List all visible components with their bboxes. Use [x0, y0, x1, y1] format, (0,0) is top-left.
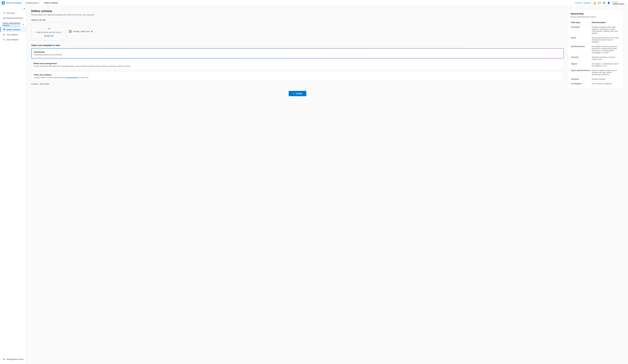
breadcrumb: Define schema: [44, 2, 58, 4]
build-analyzer-icon: 🔨: [3, 38, 5, 41]
field-desc-3: Featured character or product model, if …: [591, 55, 620, 62]
check-icon: ✅: [69, 30, 72, 33]
content-understanding-section: Content understanding PREVIEW ∧: [0, 20, 26, 27]
table-row: AgeSensitiveRestrictions Does the segmen…: [570, 68, 620, 77]
define-schema-label: Define schema: [7, 29, 20, 31]
app-name: Azure AI Foundry: [5, 2, 21, 4]
structured-fields-link[interactable]: structured fields: [65, 76, 78, 78]
user-icon[interactable]: 👤: [607, 1, 610, 4]
field-name-2: BrandIntroduction: [570, 44, 591, 55]
field-desc-0: Detailed summary of the video segment, f…: [591, 25, 620, 36]
logo-icon: [2, 1, 5, 4]
benchmarks-icon: 📊: [3, 17, 5, 19]
project-link[interactable]: sample-project ⌄: [25, 2, 40, 4]
table-row: TagLine Key slogan or catchphrase used i…: [570, 62, 620, 68]
table-row: Character Featured character or product …: [570, 55, 620, 62]
panel-subtitle: Product advertisement videos.: [570, 16, 620, 18]
field-desc-1: Brand being promoted in the video. Inclu…: [591, 36, 620, 44]
test-analyzer-icon: 🧪: [3, 33, 5, 36]
required-star: *: [46, 19, 47, 21]
topbar-right: All hubs + projects 🔔 💬 ⚙️ 👤 Project sam…: [575, 1, 626, 5]
right-panel: Advertising Product advertisement videos…: [567, 9, 623, 89]
benchmarks-label: Model benchmarks: [7, 17, 23, 19]
panel-title: Advertising: [570, 12, 620, 15]
col-field-desc: Field description: [591, 20, 620, 25]
table-row: BrandIntroduction Description of how the…: [570, 44, 620, 55]
field-name-3: Character: [570, 55, 591, 62]
sidebar-item-model-benchmarks[interactable]: 📊 Model benchmarks: [0, 15, 26, 20]
create-check-icon: ✓: [293, 92, 295, 95]
sep2: /: [42, 2, 43, 4]
field-name-4: TagLine: [570, 62, 591, 68]
app-logo[interactable]: Azure AI Foundry: [2, 1, 21, 4]
locales-row: Locales: Auto detect: [31, 83, 564, 85]
main-left: Define schema Review fields from selecte…: [31, 9, 564, 361]
sidebar-item-build-analyzer[interactable]: 🔨 Build analyzer: [0, 37, 26, 42]
project-info: Project sample-project: [613, 1, 624, 5]
upload-label: Upload a test file *: [31, 19, 564, 21]
col-field-name: Field name: [570, 20, 591, 25]
section-label: Content understanding: [2, 22, 20, 24]
template-card-media[interactable]: Media asset management Extract structure…: [31, 60, 564, 70]
create-button-wrap: ✓ Create: [31, 91, 564, 96]
overview-icon: ⊙: [3, 12, 5, 14]
page-subtitle: Review fields from selected template and…: [31, 14, 564, 16]
page-title: Define schema: [31, 9, 564, 13]
hubs-link[interactable]: All hubs + projects: [575, 2, 591, 4]
overview-label: Overview: [7, 12, 14, 14]
management-label: Management center: [7, 358, 24, 360]
field-desc-5: Does the segment depict use of products …: [591, 68, 620, 77]
field-desc-4: Key slogan or catchphrase used in the se…: [591, 62, 620, 68]
settings-icon[interactable]: ⚙️: [603, 1, 606, 4]
test-analyzer-label: Test analyzer: [7, 34, 18, 36]
create-button[interactable]: ✓ Create: [289, 91, 306, 96]
field-desc-7: List of relevant categories: [591, 81, 620, 86]
template-name-2: Video shot analysis: [34, 74, 561, 76]
browse-link[interactable]: Browse file: [44, 35, 54, 37]
field-name-6: Sentiment: [570, 77, 591, 81]
management-icon: ⬅: [3, 358, 5, 361]
locales-label: Locales:: [31, 83, 38, 85]
drop-zone[interactable]: ☁ Drag and drop one file here or Browse …: [31, 22, 66, 40]
table-row: Description Detailed summary of the vide…: [570, 25, 620, 36]
field-name-1: Brand: [570, 36, 591, 44]
table-row: AdCategories List of relevant categories: [570, 81, 620, 86]
table-row: Sentiment Overall sentiment: [570, 77, 620, 81]
sidebar: ⊞ ⊙ Overview 📊 Model benchmarks Content …: [0, 6, 26, 364]
sidebar-item-management-center[interactable]: ⬅ Management center: [0, 357, 26, 362]
section-toggle-icon[interactable]: ∧: [23, 23, 24, 25]
topbar: Azure AI Foundry / sample-project ⌄ / De…: [0, 0, 628, 6]
field-name-5: AgeSensitiveRestrictions: [570, 68, 591, 77]
template-name-0: Advertising: [34, 51, 561, 53]
uploaded-file: ✅ Sample_Video.mp4 🗑: [69, 30, 93, 33]
dropdown-chevron-icon: ⌄: [625, 2, 626, 4]
collapse-button[interactable]: ⊞: [0, 7, 26, 10]
project-dropdown[interactable]: Project sample-project ⌄: [613, 1, 626, 5]
template-section-title: Select one template to start: [31, 44, 564, 47]
drop-zone-text: Drag and drop one file here or: [36, 31, 62, 33]
sidebar-item-define-schema[interactable]: ⚙ Define schema: [0, 27, 26, 32]
upload-area: ☁ Drag and drop one file here or Browse …: [31, 22, 564, 40]
bell-icon[interactable]: 🔔: [593, 1, 596, 4]
preview-badge: PREVIEW: [2, 24, 20, 26]
template-card-video-shot[interactable]: Video shot analysis Analyze videos to ex…: [31, 71, 564, 81]
define-schema-icon: ⚙: [3, 28, 5, 31]
file-name: Sample_Video.mp4: [73, 30, 89, 33]
locales-value: Auto detect: [39, 83, 49, 85]
template-desc-1: Extract structured information from mark…: [34, 65, 561, 67]
upload-icon: ☁: [47, 26, 51, 30]
sidebar-item-overview[interactable]: ⊙ Overview: [0, 10, 26, 15]
template-card-advertising[interactable]: Advertising Advertising analysis and mod…: [31, 48, 564, 59]
template-desc-0: Advertising analysis and moderation.: [34, 54, 561, 56]
template-name-1: Media asset management: [34, 62, 561, 64]
chat-icon[interactable]: 💬: [598, 1, 601, 4]
field-desc-2: Description of how the product is presen…: [591, 44, 620, 55]
main-content: Define schema Review fields from selecte…: [26, 6, 628, 364]
collapse-icon: ⊞: [24, 8, 25, 10]
field-name-0: Description: [570, 25, 591, 36]
sidebar-item-test-analyzer[interactable]: 🧪 Test analyzer: [0, 32, 26, 37]
delete-icon[interactable]: 🗑: [91, 30, 93, 33]
field-name-7: AdCategories: [570, 81, 591, 86]
topbar-icons: 🔔 💬 ⚙️ 👤: [593, 1, 610, 4]
body-layout: ⊞ ⊙ Overview 📊 Model benchmarks Content …: [0, 6, 628, 364]
